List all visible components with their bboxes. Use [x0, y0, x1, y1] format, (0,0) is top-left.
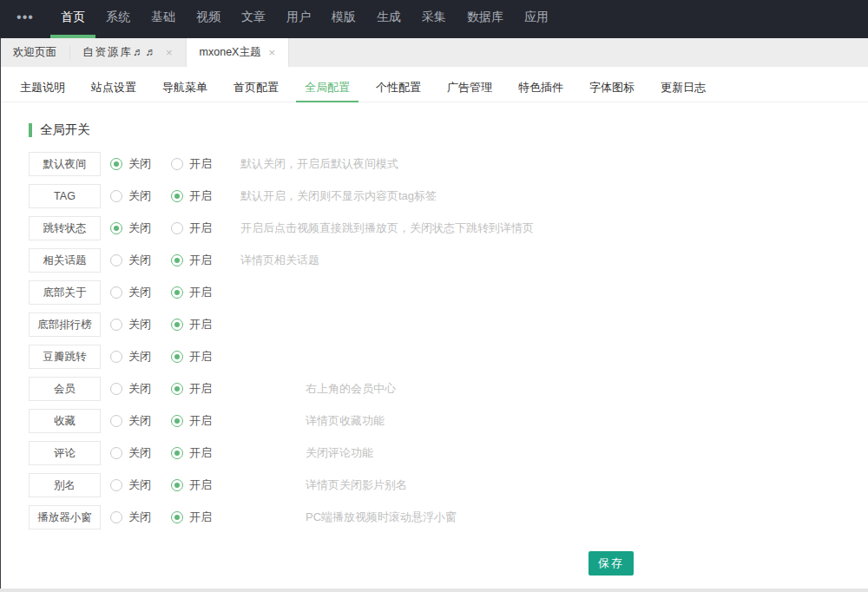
- radio-group: 关闭 开启: [110, 445, 232, 461]
- radio-group: 关闭 开启: [110, 285, 232, 300]
- radio-on-label: 开启: [189, 510, 212, 525]
- form-row: 收藏 关闭 开启 详情页收藏功能: [29, 409, 868, 433]
- nav-item-首页[interactable]: 首页: [50, 0, 95, 38]
- subnav-tab[interactable]: 广告管理: [438, 74, 501, 102]
- radio-on[interactable]: 开启: [171, 413, 232, 429]
- radio-off[interactable]: 关闭: [110, 317, 171, 332]
- close-icon[interactable]: ×: [166, 47, 173, 58]
- radio-off[interactable]: 关闭: [110, 188, 171, 204]
- radio-off[interactable]: 关闭: [110, 220, 171, 236]
- subnav-tab[interactable]: 更新日志: [652, 74, 714, 102]
- close-icon[interactable]: ×: [268, 47, 275, 58]
- radio-on[interactable]: 开启: [171, 317, 232, 332]
- form-row: 底部关于 关闭 开启: [29, 280, 868, 305]
- radio-circle-icon: [110, 190, 122, 202]
- subnav-tab[interactable]: 特色插件: [510, 74, 572, 102]
- row-label: 豆瓣跳转: [29, 345, 101, 369]
- radio-on[interactable]: 开启: [171, 285, 232, 300]
- nav-item-采集[interactable]: 采集: [411, 0, 457, 38]
- radio-off[interactable]: 关闭: [110, 253, 171, 268]
- radio-group: 关闭 开启: [110, 349, 232, 365]
- form-rows: 默认夜间 关闭 开启 默认关闭，开启后默认夜间模式 TAG 关闭 开启 默认开启…: [29, 152, 868, 530]
- radio-on[interactable]: 开启: [171, 381, 232, 397]
- content-area: 主题说明 站点设置 导航菜单 首页配置 全局配置 个性配置 广告管理 特色插件 …: [0, 74, 868, 576]
- radio-circle-icon: [110, 351, 122, 363]
- radio-circle-icon: [110, 479, 122, 491]
- radio-off[interactable]: 关闭: [110, 285, 171, 300]
- nav-item-视频[interactable]: 视频: [186, 0, 231, 38]
- tab[interactable]: 欢迎页面: [0, 38, 69, 67]
- radio-on[interactable]: 开启: [171, 477, 232, 493]
- subnav-tab-label: 特色插件: [518, 80, 563, 95]
- radio-circle-icon: [171, 190, 183, 202]
- subnav-tab[interactable]: 主题说明: [11, 74, 74, 102]
- row-description: 开启后点击视频直接跳到播放页，关闭状态下跳转到详情页: [240, 220, 534, 236]
- radio-off-label: 关闭: [128, 413, 151, 429]
- form-row: 底部排行榜 关闭 开启: [29, 312, 868, 337]
- nav-item-label: 模版: [332, 10, 356, 25]
- radio-on[interactable]: 开启: [171, 510, 232, 525]
- subnav-tab[interactable]: 个性配置: [367, 74, 430, 102]
- radio-group: 关闭 开启: [110, 510, 232, 525]
- nav-item-label: 采集: [422, 10, 446, 25]
- nav-item-label: 文章: [241, 10, 266, 25]
- subnav-tab-label: 全局配置: [305, 80, 350, 95]
- row-description: 关闭评论功能: [306, 445, 373, 461]
- subnav-tab[interactable]: 首页配置: [225, 74, 287, 102]
- nav-item-文章[interactable]: 文章: [231, 0, 276, 38]
- radio-on[interactable]: 开启: [171, 253, 232, 268]
- form-row: 跳转状态 关闭 开启 开启后点击视频直接跳到播放页，关闭状态下跳转到详情页: [29, 216, 868, 240]
- tab[interactable]: 自资源库♬♬ ×: [69, 38, 186, 67]
- more-menu-icon[interactable]: •••: [0, 0, 50, 38]
- radio-group: 关闭 开启: [110, 317, 232, 332]
- radio-off[interactable]: 关闭: [110, 510, 171, 525]
- subnav-tab[interactable]: 全局配置: [296, 74, 358, 102]
- radio-off[interactable]: 关闭: [110, 445, 171, 461]
- nav-item-label: 应用: [524, 10, 549, 25]
- radio-off[interactable]: 关闭: [110, 349, 171, 365]
- radio-circle-icon: [171, 511, 183, 523]
- radio-circle-icon: [171, 158, 183, 170]
- form-row: 默认夜间 关闭 开启 默认关闭，开启后默认夜间模式: [29, 152, 868, 176]
- radio-circle-icon: [110, 254, 122, 266]
- radio-on[interactable]: 开启: [171, 349, 232, 365]
- tab-label: 欢迎页面: [13, 45, 56, 60]
- save-button[interactable]: 保存: [589, 551, 634, 576]
- subnav-tab[interactable]: 字体图标: [581, 74, 643, 102]
- radio-off[interactable]: 关闭: [110, 477, 171, 493]
- radio-off[interactable]: 关闭: [110, 381, 171, 397]
- radio-off-label: 关闭: [128, 477, 151, 493]
- radio-on[interactable]: 开启: [171, 220, 232, 236]
- radio-on[interactable]: 开启: [171, 445, 232, 461]
- radio-group: 关闭 开启: [110, 220, 232, 236]
- nav-item-基础[interactable]: 基础: [141, 0, 186, 38]
- radio-on-label: 开启: [189, 285, 212, 300]
- nav-item-label: 数据库: [467, 10, 503, 25]
- subnav-tab[interactable]: 导航菜单: [154, 74, 216, 102]
- radio-off-label: 关闭: [128, 445, 151, 461]
- subnav-tab-label: 广告管理: [447, 80, 492, 95]
- radio-on[interactable]: 开启: [171, 188, 232, 204]
- nav-item-应用[interactable]: 应用: [514, 0, 559, 38]
- nav-item-label: 系统: [106, 10, 130, 25]
- radio-off[interactable]: 关闭: [110, 413, 171, 429]
- radio-on-label: 开启: [189, 188, 212, 204]
- radio-off[interactable]: 关闭: [110, 156, 171, 172]
- radio-on-label: 开启: [189, 156, 212, 172]
- nav-item-数据库[interactable]: 数据库: [457, 0, 514, 38]
- subnav-tab[interactable]: 站点设置: [82, 74, 145, 102]
- nav-item-用户[interactable]: 用户: [276, 0, 321, 38]
- row-label: 默认夜间: [29, 152, 101, 176]
- radio-off-label: 关闭: [128, 253, 151, 268]
- nav-item-模版[interactable]: 模版: [321, 0, 366, 38]
- row-description: PC端播放视频时滚动悬浮小窗: [306, 510, 457, 525]
- subnav-tabs: 主题说明 站点设置 导航菜单 首页配置 全局配置 个性配置 广告管理 特色插件 …: [0, 74, 868, 102]
- nav-item-生成[interactable]: 生成: [366, 0, 411, 38]
- radio-on[interactable]: 开启: [171, 156, 232, 172]
- row-label: 会员: [29, 377, 101, 401]
- row-description: 详情页关闭影片别名: [306, 477, 407, 493]
- radio-group: 关闭 开启: [110, 156, 232, 172]
- radio-circle-icon: [110, 415, 122, 427]
- tab[interactable]: mxoneX主题 ×: [186, 38, 289, 67]
- nav-item-系统[interactable]: 系统: [95, 0, 141, 38]
